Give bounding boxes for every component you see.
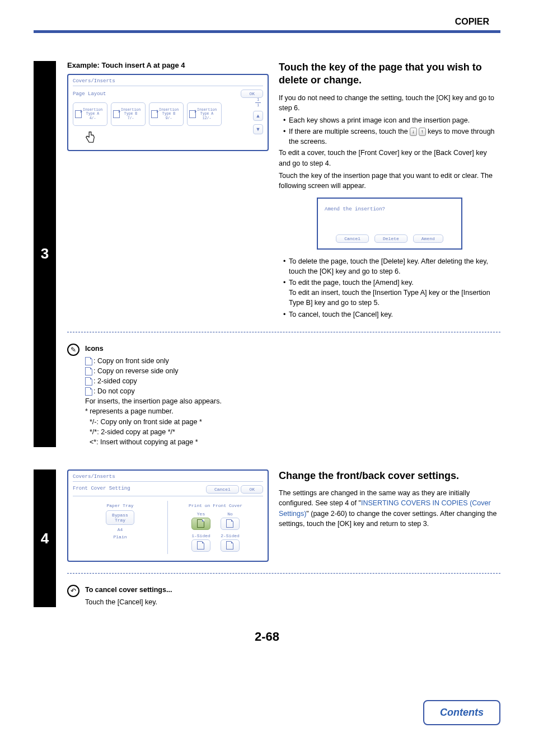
insertion-card-a-12[interactable]: InsertionType A12/- <box>187 102 222 126</box>
cancel-button[interactable]: Cancel <box>206 485 239 494</box>
amend-button[interactable]: Amend <box>413 234 443 243</box>
chapter-header: COPIER <box>34 17 500 27</box>
step-4: 4 Covers/Inserts Front Cover Setting Can… <box>34 469 500 607</box>
step3-text3: Touch the key of the insertion page that… <box>279 171 500 191</box>
page-icon <box>151 110 158 118</box>
divider <box>67 332 500 332</box>
panel-title: Covers/Inserts <box>73 474 263 482</box>
after-bullet-cancel: To cancel, touch the [Cancel] key. <box>283 309 500 320</box>
step-number-bar: 3 <box>34 61 56 447</box>
print-no-button[interactable] <box>221 518 240 530</box>
ok-button[interactable]: OK <box>241 90 263 98</box>
touch-hand-icon <box>84 131 96 144</box>
icons-legend: Icons : Copy on front side only : Copy o… <box>85 344 222 447</box>
panel-subheader: Front Cover Setting <box>73 486 130 491</box>
front-side-icon <box>85 357 92 365</box>
two-sided-button[interactable] <box>221 539 240 552</box>
bypass-tray-button[interactable]: Bypass Tray <box>106 510 134 525</box>
panel-subheader: Page Layout <box>73 91 106 97</box>
contents-button[interactable]: Contents <box>423 700 500 725</box>
covers-inserts-panel: Covers/Inserts Page Layout OK InsertionT… <box>67 74 269 151</box>
insertion-card-a-4[interactable]: InsertionType A4/- <box>73 102 107 126</box>
reverse-side-icon <box>85 367 92 375</box>
page-down-button[interactable]: ▼ <box>253 124 263 134</box>
step-number-bar: 4 <box>34 469 56 607</box>
step-number: 4 <box>41 530 49 547</box>
down-arrow-key-icon: ↓ <box>410 128 417 136</box>
page-total: 1 <box>257 103 259 107</box>
two-sided-icon <box>85 377 92 386</box>
header-rule <box>34 30 500 33</box>
divider <box>67 573 500 574</box>
step3-text2: To edit a cover, touch the [Front Cover]… <box>279 148 500 168</box>
ok-button[interactable]: OK <box>241 485 263 494</box>
paper-tray-heading: Paper Tray <box>106 503 133 508</box>
after-bullet-amend: To edit the page, touch the [Amend] key.… <box>283 278 500 308</box>
do-not-copy-icon <box>85 387 92 396</box>
step3-bullet1: Each key shows a print image icon and th… <box>283 115 500 125</box>
print-yes-button[interactable] <box>191 518 210 530</box>
amend-question: Amend the insertion? <box>325 206 455 212</box>
example-label: Example: Touch insert A at page 4 <box>67 61 269 69</box>
after-bullet-delete: To delete the page, touch the [Delete] k… <box>283 256 500 276</box>
step-3: 3 Example: Touch insert A at page 4 Cove… <box>34 61 500 447</box>
page-icon <box>113 110 120 118</box>
page-icon <box>189 110 196 118</box>
paper-type: Plain <box>113 534 127 539</box>
up-arrow-key-icon: ↑ <box>419 128 426 136</box>
step-number: 3 <box>41 245 49 262</box>
print-front-cover-heading: Print on Front Cover <box>189 503 242 508</box>
cancel-button[interactable]: Cancel <box>336 234 369 243</box>
one-sided-button[interactable] <box>191 539 210 552</box>
paper-size: A4 <box>118 527 123 532</box>
insertion-card-b-7[interactable]: InsertionType B7/- <box>111 102 146 126</box>
step-title: Change the front/back cover settings. <box>279 469 500 482</box>
step3-text1: If you do not need to change the setting… <box>279 93 500 113</box>
page-up-button[interactable]: ▲ <box>253 111 263 121</box>
insertion-card-b-9[interactable]: InsertionType B9/- <box>149 102 184 126</box>
cancel-cover-note: To cancel cover settings... Touch the [C… <box>85 585 172 607</box>
step3-bullet2: If there are multiple screens, touch the… <box>283 126 500 147</box>
back-icon: ↶ <box>67 585 79 597</box>
amend-insertion-panel: Amend the insertion? Cancel Delete Amend <box>317 198 462 250</box>
step-title: Touch the key of the page that you wish … <box>279 61 500 87</box>
note-icon: ✎ <box>67 344 79 356</box>
step4-text: The settings are changed in the same way… <box>279 488 500 529</box>
page-number: 2-68 <box>34 630 500 644</box>
panel-title: Covers/Inserts <box>73 78 263 86</box>
page-icon <box>75 110 82 118</box>
front-cover-setting-panel: Covers/Inserts Front Cover Setting Cance… <box>67 469 269 562</box>
page-current: 1 <box>257 97 259 102</box>
delete-button[interactable]: Delete <box>374 234 407 243</box>
